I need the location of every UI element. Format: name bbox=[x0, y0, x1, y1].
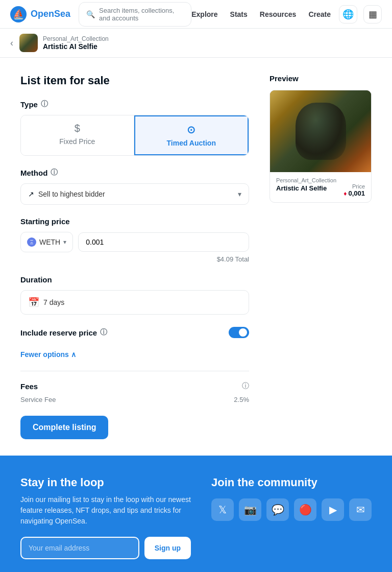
newsletter-form: Sign up bbox=[20, 537, 191, 559]
fixed-price-button[interactable]: $ Fixed Price bbox=[21, 115, 134, 155]
reserve-price-section: Include reserve price ⓘ bbox=[20, 327, 249, 338]
search-icon: 🔍 bbox=[86, 10, 95, 18]
service-fee-label: Service Fee bbox=[20, 396, 56, 403]
currency-select[interactable]: Ξ WETH ▾ bbox=[20, 232, 73, 252]
main-nav: Explore Stats Resources Create bbox=[191, 10, 331, 18]
nav-create[interactable]: Create bbox=[308, 10, 331, 18]
method-info-icon[interactable]: ⓘ bbox=[51, 168, 58, 177]
eth-icon: ♦ bbox=[344, 190, 347, 197]
back-button[interactable]: ‹ bbox=[10, 38, 13, 49]
preview-panel: Preview Personal_Art_Collection Artistic… bbox=[270, 74, 372, 439]
header-icons: 🌐 ▦ bbox=[339, 5, 382, 23]
timer-icon: ⊙ bbox=[187, 124, 195, 136]
newsletter-section: Stay in the loop Join our mailing list t… bbox=[20, 476, 191, 559]
price-row: Ξ WETH ▾ bbox=[20, 232, 249, 252]
currency-label: WETH bbox=[39, 238, 60, 246]
footer-newsletter: Stay in the loop Join our mailing list t… bbox=[0, 456, 392, 572]
nav-stats[interactable]: Stats bbox=[230, 10, 248, 18]
method-dropdown[interactable]: ↗ Sell to highest bidder ▾ bbox=[20, 183, 249, 205]
timed-auction-label: Timed Auction bbox=[167, 139, 216, 147]
reddit-icon[interactable]: 🔴 bbox=[294, 498, 316, 521]
instagram-icon[interactable]: 📷 bbox=[239, 498, 261, 521]
header: ⛵ OpenSea 🔍 Search items, collections, a… bbox=[0, 0, 392, 29]
currency-chevron-icon: ▾ bbox=[63, 239, 66, 246]
service-fee-value: 2.5% bbox=[234, 396, 249, 403]
price-input[interactable] bbox=[78, 232, 249, 252]
search-bar[interactable]: 🔍 Search items, collections, and account… bbox=[79, 2, 191, 27]
menu-icon-button[interactable]: ▦ bbox=[363, 5, 382, 23]
preview-card: Personal_Art_Collection Artistic AI Self… bbox=[270, 90, 372, 203]
price-section: Starting price Ξ WETH ▾ $4.09 Total bbox=[20, 217, 249, 263]
reserve-info-icon[interactable]: ⓘ bbox=[100, 328, 107, 337]
duration-label: Duration bbox=[20, 275, 249, 284]
breadcrumb-text: Personal_Art_Collection Artistic AI Self… bbox=[43, 35, 109, 51]
youtube-icon[interactable]: ▶ bbox=[322, 498, 344, 521]
preview-item-name: Artistic AI Selfie bbox=[276, 184, 327, 192]
listing-form: List item for sale Type ⓘ $ Fixed Price … bbox=[20, 74, 249, 439]
preview-price-label: Price bbox=[344, 183, 365, 189]
fees-info-icon[interactable]: ⓘ bbox=[242, 382, 249, 391]
wallet-icon-button[interactable]: 🌐 bbox=[339, 5, 357, 23]
fees-label: Fees bbox=[20, 382, 38, 391]
breadcrumb: ‹ Personal_Art_Collection Artistic AI Se… bbox=[0, 29, 392, 58]
community-icons: 𝕏 📷 💬 🔴 ▶ ✉ bbox=[211, 498, 372, 521]
fees-section: Fees ⓘ Service Fee 2.5% bbox=[20, 371, 249, 403]
timed-auction-button[interactable]: ⊙ Timed Auction bbox=[134, 115, 249, 155]
sign-up-button[interactable]: Sign up bbox=[144, 537, 191, 559]
dollar-icon: $ bbox=[75, 123, 80, 134]
nav-resources[interactable]: Resources bbox=[260, 10, 297, 18]
collection-thumbnail bbox=[19, 34, 38, 52]
newsletter-title: Stay in the loop bbox=[20, 476, 191, 489]
service-fee-row: Service Fee 2.5% bbox=[20, 396, 249, 403]
fixed-price-label: Fixed Price bbox=[59, 137, 95, 146]
method-label: Method ⓘ bbox=[20, 168, 249, 177]
main-content: List item for sale Type ⓘ $ Fixed Price … bbox=[0, 58, 392, 456]
search-placeholder: Search items, collections, and accounts bbox=[99, 7, 184, 22]
duration-field[interactable]: 📅 7 days bbox=[20, 290, 249, 315]
preview-info: Personal_Art_Collection Artistic AI Self… bbox=[270, 172, 371, 202]
type-section: Type ⓘ $ Fixed Price ⊙ Timed Auction bbox=[20, 100, 249, 156]
nft-artwork bbox=[270, 90, 371, 172]
discord-icon[interactable]: 💬 bbox=[266, 498, 289, 521]
page-title: List item for sale bbox=[20, 74, 249, 87]
duration-value: 7 days bbox=[43, 298, 64, 306]
fewer-options-label: Fewer options bbox=[20, 350, 69, 359]
preview-price-value: 0,001 bbox=[348, 189, 365, 197]
duration-section: Duration 📅 7 days bbox=[20, 275, 249, 315]
method-arrow-icon: ↗ bbox=[28, 190, 34, 198]
preview-collection: Personal_Art_Collection bbox=[276, 177, 365, 183]
type-label: Type ⓘ bbox=[20, 100, 249, 109]
type-selector: $ Fixed Price ⊙ Timed Auction bbox=[20, 115, 249, 156]
fees-header: Fees ⓘ bbox=[20, 382, 249, 391]
type-info-icon[interactable]: ⓘ bbox=[41, 100, 48, 109]
reserve-toggle[interactable] bbox=[229, 327, 249, 338]
method-section: Method ⓘ ↗ Sell to highest bidder ▾ bbox=[20, 168, 249, 205]
price-total: $4.09 Total bbox=[20, 255, 249, 263]
fewer-options-button[interactable]: Fewer options ∧ bbox=[20, 350, 249, 359]
method-value: Sell to highest bidder bbox=[38, 190, 105, 198]
chevron-down-icon: ▾ bbox=[238, 190, 241, 198]
starting-price-label: Starting price bbox=[20, 217, 249, 226]
logo-text: OpenSea bbox=[31, 9, 70, 19]
community-section: Join the community 𝕏 📷 💬 🔴 ▶ ✉ bbox=[211, 476, 372, 559]
chevron-up-icon: ∧ bbox=[71, 350, 76, 359]
community-title: Join the community bbox=[211, 476, 372, 489]
preview-title: Preview bbox=[270, 74, 372, 83]
email-input[interactable] bbox=[20, 537, 139, 559]
reserve-label: Include reserve price ⓘ bbox=[20, 328, 107, 337]
logo[interactable]: ⛵ OpenSea bbox=[10, 6, 70, 22]
collection-name: Personal_Art_Collection bbox=[43, 35, 109, 42]
email-icon[interactable]: ✉ bbox=[349, 498, 372, 521]
logo-icon: ⛵ bbox=[10, 6, 27, 22]
complete-listing-button[interactable]: Complete listing bbox=[20, 416, 108, 439]
preview-price: ♦ 0,001 bbox=[344, 189, 365, 197]
weth-icon: Ξ bbox=[27, 237, 36, 247]
nav-explore[interactable]: Explore bbox=[191, 10, 217, 18]
calendar-icon: 📅 bbox=[28, 297, 39, 308]
twitter-icon[interactable]: 𝕏 bbox=[211, 498, 234, 521]
preview-image bbox=[270, 90, 371, 172]
item-name: Artistic AI Selfie bbox=[43, 42, 109, 51]
reserve-price-row: Include reserve price ⓘ bbox=[20, 327, 249, 338]
newsletter-text: Join our mailing list to stay in the loo… bbox=[20, 494, 191, 527]
